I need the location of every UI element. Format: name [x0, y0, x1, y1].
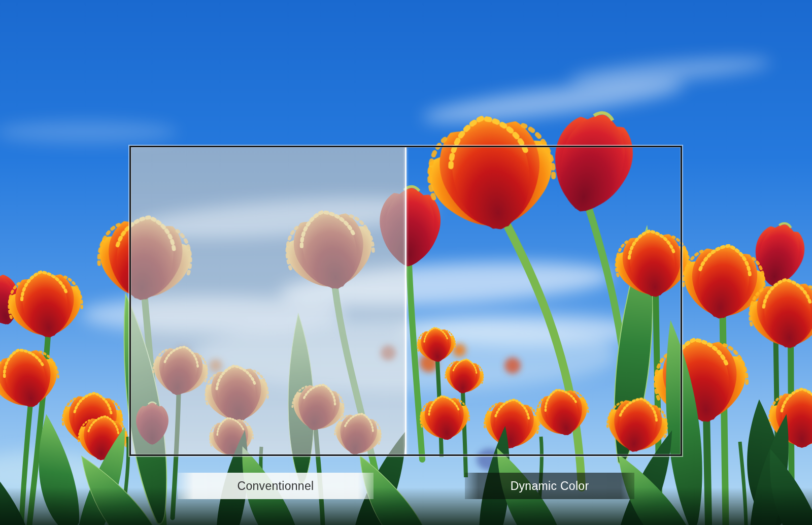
conventional-label-bar: Conventionnel — [178, 473, 374, 499]
dynamic-label-bar: Dynamic Color — [465, 473, 634, 499]
lg-dynamic-color-demo: Conventionnel Dynamic Color — [0, 0, 812, 525]
conventional-label: Conventionnel — [238, 479, 314, 493]
dynamic-label: Dynamic Color — [511, 479, 589, 493]
tv-frame — [129, 146, 682, 456]
ground-shadow — [0, 487, 812, 525]
